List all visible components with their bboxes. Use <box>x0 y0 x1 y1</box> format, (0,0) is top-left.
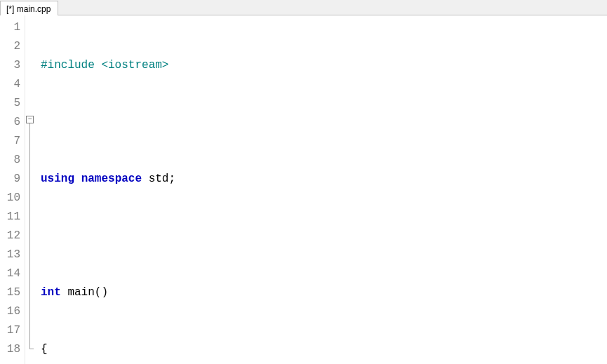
fold-guide-line <box>29 123 30 349</box>
line-number: 16 <box>3 302 20 321</box>
identifier-token: main() <box>61 286 108 299</box>
line-number: 14 <box>3 264 20 283</box>
code-line: #include <iostream> <box>41 56 607 75</box>
line-number: 3 <box>3 56 20 75</box>
punct-token: ; <box>168 173 175 185</box>
line-number: 1 <box>3 18 20 37</box>
fold-end-icon <box>29 349 34 349</box>
code-area[interactable]: #include <iostream> using namespace std;… <box>35 15 607 364</box>
line-number: 7 <box>3 132 20 151</box>
code-line: { <box>41 340 607 359</box>
line-number: 6 <box>3 113 20 132</box>
fold-toggle-icon[interactable]: − <box>26 116 34 123</box>
keyword-token: using <box>41 173 74 185</box>
line-number-gutter: 1 2 3 4 5 6 7 8 9 10 11 12 13 14 15 16 1… <box>0 15 25 364</box>
code-line <box>41 113 607 132</box>
fold-column: − <box>25 15 35 364</box>
line-number: 15 <box>3 283 20 302</box>
code-line: int main() <box>41 283 607 302</box>
line-number: 10 <box>3 189 20 208</box>
line-number: 13 <box>3 245 20 264</box>
brace-token: { <box>41 343 48 356</box>
file-tab[interactable]: [*] main.cpp <box>0 1 58 15</box>
tab-bar: [*] main.cpp <box>0 0 607 15</box>
line-number: 8 <box>3 151 20 170</box>
line-number: 9 <box>3 170 20 189</box>
identifier-token: std <box>142 173 168 185</box>
line-number: 2 <box>3 37 20 56</box>
line-number: 12 <box>3 227 20 245</box>
tab-title: [*] main.cpp <box>6 4 51 14</box>
line-number: 18 <box>3 340 20 359</box>
code-line: using namespace std; <box>41 170 607 189</box>
keyword-token: namespace <box>81 173 142 185</box>
preprocessor-token: #include <iostream> <box>41 59 168 72</box>
line-number: 11 <box>3 208 20 227</box>
line-number: 5 <box>3 94 20 113</box>
line-number: 4 <box>3 75 20 94</box>
line-number: 17 <box>3 321 20 340</box>
keyword-token: int <box>41 286 61 299</box>
code-editor[interactable]: 1 2 3 4 5 6 7 8 9 10 11 12 13 14 15 16 1… <box>0 15 607 364</box>
code-line <box>41 227 607 245</box>
